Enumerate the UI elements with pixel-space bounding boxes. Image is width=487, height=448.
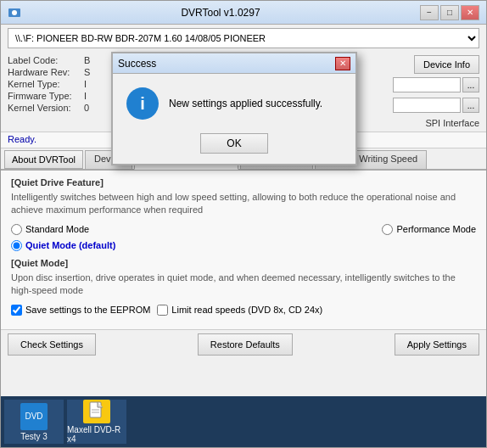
svg-point-1	[12, 10, 17, 15]
app-icon	[8, 6, 21, 20]
title-bar-left	[8, 6, 21, 20]
window-title: DVRTool v1.0297	[181, 7, 260, 19]
title-controls: − □ ✕	[420, 5, 479, 20]
checkbox-eeprom-label: Save settings to the EEPROM	[25, 305, 150, 315]
field-btn-1[interactable]: ...	[462, 77, 479, 92]
radio-quiet: Quiet Mode (default)	[11, 240, 115, 251]
section2: [Quiet Mode] Upon disc insertion, drive …	[11, 258, 476, 298]
radio-quiet-row: Quiet Mode (default)	[11, 240, 476, 251]
title-bar: DVRTool v1.0297 − □ ✕	[1, 1, 486, 25]
radio-performance-input[interactable]	[382, 224, 393, 235]
checkbox-limit-input[interactable]	[157, 305, 168, 316]
about-dvrtool-button[interactable]: About DVRTool	[4, 150, 83, 169]
drive-select[interactable]: \\.\F: PIONEER BD-RW BDR-207M 1.60 14/08…	[8, 28, 479, 48]
radio-performance: Performance Mode	[382, 224, 476, 235]
section2-desc: Upon disc insertion, drive operates in q…	[11, 272, 476, 298]
taskbar: DVD Testy 3 Maxell DVD-R x4	[1, 396, 486, 447]
success-dialog: Success ✕ i New settings applied success…	[111, 52, 357, 165]
info-right: Device Info ... ... SPI Interface	[393, 55, 479, 128]
checkbox-limit-label: Limit read speeds (DVD 8x, CD 24x)	[171, 305, 322, 315]
dialog-title-text: Success	[118, 58, 156, 70]
taskbar-dvd-label: Testy 3	[20, 432, 48, 441]
main-window: DVRTool v1.0297 − □ ✕ \\.\F: PIONEER BD-…	[0, 0, 487, 448]
apply-settings-button[interactable]: Apply Settings	[395, 333, 479, 356]
checkbox-eeprom-input[interactable]	[11, 305, 22, 316]
check-settings-button[interactable]: Check Settings	[8, 333, 96, 356]
hardware-rev-value: S	[84, 67, 90, 77]
section1-desc: Intelligently switches between high and …	[11, 191, 476, 217]
field-row-2: ...	[393, 98, 479, 113]
field-btn-2[interactable]: ...	[462, 98, 479, 113]
drive-row: \\.\F: PIONEER BD-RW BDR-207M 1.60 14/08…	[1, 25, 486, 52]
field-input-2[interactable]	[393, 98, 461, 113]
firmware-type-value: I	[84, 91, 87, 101]
title-bar-center: DVRTool v1.0297	[21, 7, 420, 19]
status-text: Ready.	[8, 134, 36, 144]
kernel-version-value: 0	[84, 103, 89, 113]
section1-header: [Quiet Drive Feature]	[11, 177, 476, 188]
content-area: [Quiet Drive Feature] Intelligently swit…	[1, 171, 486, 329]
radio-standard-input[interactable]	[11, 224, 22, 235]
dialog-message: New settings applied successfully.	[169, 98, 322, 109]
label-code-value: B	[84, 55, 90, 65]
dialog-title-bar: Success ✕	[113, 53, 355, 74]
radio-performance-label: Performance Mode	[396, 224, 476, 234]
minimize-button[interactable]: −	[420, 5, 439, 20]
field-input-1[interactable]	[393, 77, 461, 92]
dialog-close-button[interactable]: ✕	[335, 57, 350, 70]
spi-label: SPI Interface	[425, 118, 479, 128]
radio-standard-label: Standard Mode	[25, 224, 89, 234]
checkbox-limit: Limit read speeds (DVD 8x, CD 24x)	[157, 305, 322, 316]
kernel-version-label: Kernel Version:	[8, 103, 84, 113]
radio-quiet-label: Quiet Mode (default)	[25, 240, 115, 250]
restore-defaults-button[interactable]: Restore Defaults	[198, 333, 293, 356]
dialog-ok-button[interactable]: OK	[200, 133, 267, 154]
checkbox-row: Save settings to the EEPROM Limit read s…	[11, 305, 476, 316]
kernel-type-label: Kernel Type:	[8, 79, 84, 89]
dialog-footer: OK	[113, 130, 355, 164]
taskbar-dvd-icon: DVD	[20, 403, 48, 430]
radio-group: Standard Mode Performance Mode	[11, 224, 476, 235]
taskbar-file-label: Maxell DVD-R x4	[67, 425, 126, 444]
firmware-type-label: Firmware Type:	[8, 91, 84, 101]
dialog-info-icon: i	[126, 87, 159, 120]
radio-quiet-input[interactable]	[11, 240, 22, 251]
taskbar-item-file[interactable]: Maxell DVD-R x4	[67, 400, 126, 444]
radio-standard: Standard Mode	[11, 224, 89, 235]
restore-button[interactable]: □	[440, 5, 459, 20]
section2-header: [Quiet Mode]	[11, 258, 476, 268]
device-info-button[interactable]: Device Info	[414, 55, 479, 74]
field-row-1: ...	[393, 77, 479, 92]
label-code-label: Label Code:	[8, 55, 84, 65]
taskbar-file-icon	[83, 400, 110, 423]
checkbox-eeprom: Save settings to the EEPROM	[11, 305, 150, 316]
taskbar-item-dvd[interactable]: DVD Testy 3	[4, 400, 64, 444]
dialog-body: i New settings applied successfully.	[113, 74, 355, 130]
hardware-rev-label: Hardware Rev:	[8, 67, 84, 77]
bottom-buttons: Check Settings Restore Defaults Apply Se…	[1, 329, 486, 359]
kernel-type-value: I	[84, 79, 87, 89]
close-button[interactable]: ✕	[461, 5, 479, 20]
